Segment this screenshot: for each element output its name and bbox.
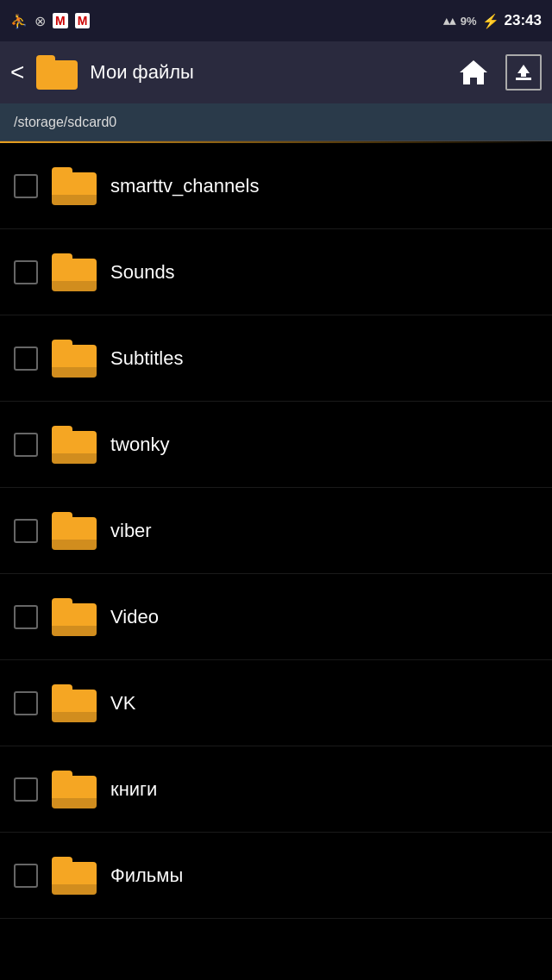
back-button[interactable]: <	[10, 59, 24, 86]
usb-icon: ⛹	[10, 13, 28, 29]
path-bar: /storage/sdcard0	[0, 103, 552, 141]
status-icons-right: ▴▴ 9% ⚡ 23:43	[443, 12, 542, 29]
file-name: viber	[110, 520, 152, 542]
file-name: Sounds	[110, 261, 175, 284]
gmail-icon2: M	[75, 13, 91, 28]
folder-icon	[52, 426, 97, 464]
checkbox[interactable]	[14, 519, 38, 543]
battery-percent: 9%	[461, 15, 477, 28]
folder-icon	[52, 253, 97, 291]
checkbox[interactable]	[14, 864, 38, 888]
checkbox[interactable]	[14, 174, 38, 198]
folder-icon	[52, 771, 97, 808]
checkbox[interactable]	[14, 433, 38, 457]
list-item[interactable]: Subtitles	[0, 315, 552, 402]
list-item[interactable]: Фильмы	[0, 833, 552, 919]
status-icons-left: ⛹ ⊗ M M	[10, 13, 90, 29]
title-bar-left: < Мои файлы	[10, 55, 443, 90]
svg-marker-2	[518, 65, 530, 77]
file-name: VK	[110, 692, 135, 715]
list-item[interactable]: Sounds	[0, 229, 552, 315]
folder-icon	[52, 340, 97, 378]
list-item[interactable]: VK	[0, 660, 552, 746]
current-path: /storage/sdcard0	[14, 115, 116, 130]
svg-rect-1	[516, 78, 531, 80]
signal-icon: ▴▴	[443, 14, 455, 28]
clock: 23:43	[505, 12, 542, 29]
folder-icon	[52, 684, 97, 722]
home-icon	[458, 57, 489, 88]
file-list: smarttv_channels Sounds Subtitles twonky	[0, 143, 552, 919]
file-name: Subtitles	[110, 347, 183, 370]
svg-marker-0	[460, 60, 487, 84]
file-name: книги	[110, 778, 157, 801]
folder-icon	[52, 167, 97, 205]
folder-icon	[52, 598, 97, 636]
file-name: twonky	[110, 434, 169, 456]
folder-icon-large	[36, 55, 78, 90]
checkbox[interactable]	[14, 346, 38, 371]
list-item[interactable]: viber	[0, 488, 552, 574]
battery-icon: ⚡	[482, 13, 499, 29]
file-name: smarttv_channels	[110, 175, 259, 197]
folder-icon	[52, 512, 97, 550]
list-item[interactable]: Video	[0, 574, 552, 660]
status-bar: ⛹ ⊗ M M ▴▴ 9% ⚡ 23:43	[0, 0, 552, 41]
upload-button[interactable]	[505, 54, 542, 91]
checkbox[interactable]	[14, 260, 38, 284]
gmail-icon: M	[53, 13, 68, 28]
list-item[interactable]: twonky	[0, 402, 552, 488]
home-button[interactable]	[455, 54, 492, 91]
file-name: Фильмы	[110, 865, 183, 887]
file-name: Video	[110, 606, 159, 628]
page-title: Мои файлы	[90, 61, 193, 84]
upload-icon	[513, 62, 534, 83]
list-item[interactable]: smarttv_channels	[0, 143, 552, 229]
checkbox[interactable]	[14, 691, 38, 715]
folder-icon	[52, 857, 97, 895]
title-bar: < Мои файлы	[0, 41, 552, 103]
minus-circle-icon: ⊗	[34, 13, 46, 29]
title-bar-right	[455, 54, 542, 91]
checkbox[interactable]	[14, 605, 38, 629]
checkbox[interactable]	[14, 777, 38, 802]
list-item[interactable]: книги	[0, 746, 552, 833]
